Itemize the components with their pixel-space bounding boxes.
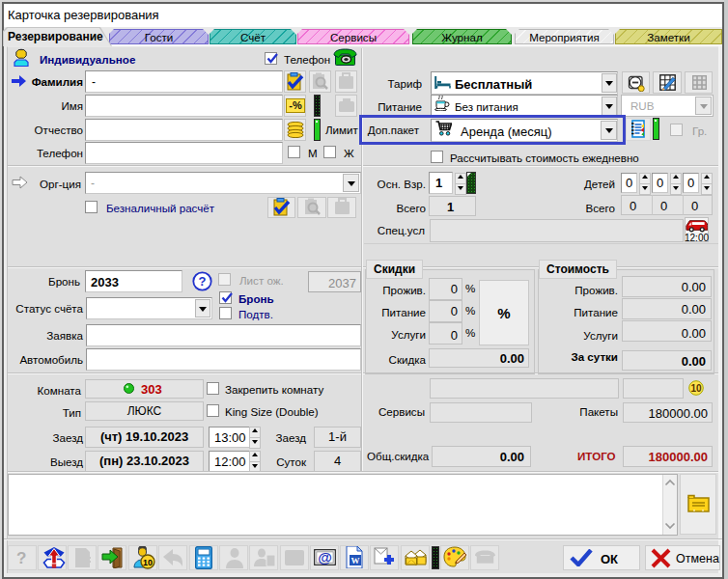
svg-text:?: ? (199, 274, 207, 289)
svg-text:-%: -% (289, 99, 302, 111)
svg-text:10: 10 (690, 383, 702, 394)
svg-text:10: 10 (143, 558, 153, 567)
svg-text:W: W (351, 556, 360, 565)
svg-text:@: @ (318, 549, 332, 565)
